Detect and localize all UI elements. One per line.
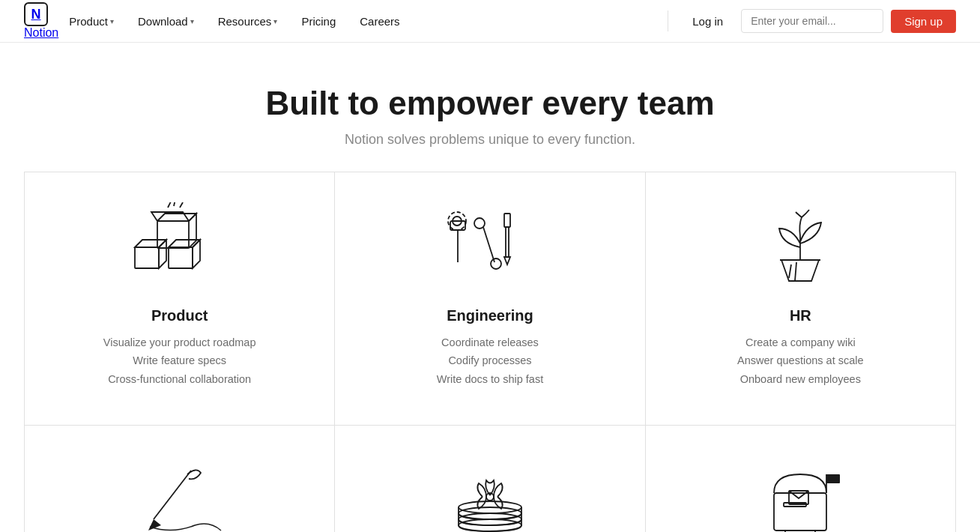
- team-cell-product[interactable]: Product Visualize your product roadmap W…: [25, 172, 335, 426]
- signup-button[interactable]: Sign up: [891, 10, 956, 33]
- svg-rect-16: [506, 227, 509, 257]
- email-input[interactable]: [741, 9, 883, 33]
- nav-links: Product ▾ Download ▾ Resources ▾ Pricing…: [58, 10, 662, 32]
- svg-point-14: [491, 259, 501, 269]
- team-name-product: Product: [151, 307, 208, 324]
- svg-line-9: [180, 202, 183, 208]
- chevron-down-icon: ▾: [190, 17, 194, 25]
- team-cell-engineering[interactable]: Engineering Coordinate releases Codify p…: [335, 172, 645, 426]
- svg-rect-3: [169, 247, 193, 268]
- nav-logo[interactable]: N Notion: [24, 2, 58, 40]
- svg-line-7: [168, 202, 171, 208]
- team-cell-design[interactable]: Design: [25, 426, 335, 532]
- svg-marker-2: [159, 240, 166, 268]
- team-name-engineering: Engineering: [447, 307, 533, 324]
- hr-icon: [748, 202, 853, 292]
- sales-icon: [438, 456, 542, 532]
- team-cell-sales[interactable]: Sales: [335, 426, 645, 532]
- chevron-down-icon: ▾: [273, 17, 277, 25]
- svg-line-23: [795, 262, 796, 281]
- team-grid: Product Visualize your product roadmap W…: [24, 172, 956, 532]
- svg-rect-33: [826, 474, 840, 483]
- nav-resources[interactable]: Resources ▾: [208, 10, 288, 32]
- svg-marker-1: [135, 240, 166, 247]
- engineering-icon: [438, 202, 542, 292]
- svg-marker-17: [504, 257, 510, 265]
- svg-point-12: [474, 218, 485, 229]
- svg-line-8: [174, 202, 175, 206]
- svg-line-22: [789, 265, 791, 278]
- navbar: N Notion Product ▾ Download ▾ Resources …: [0, 0, 980, 43]
- chevron-down-icon: ▾: [110, 17, 114, 25]
- team-desc-product: Visualize your product roadmap Write fea…: [103, 333, 256, 389]
- team-cell-marketing[interactable]: Marketing: [646, 426, 956, 532]
- nav-product[interactable]: Product ▾: [58, 10, 124, 32]
- marketing-icon: [748, 456, 853, 532]
- team-cell-hr[interactable]: HR Create a company wiki Answer question…: [646, 172, 956, 426]
- nav-right: Log in Sign up: [662, 9, 956, 33]
- team-name-hr: HR: [790, 307, 811, 324]
- nav-careers[interactable]: Careers: [349, 10, 410, 32]
- hero-section: Built to empower every team Notion solve…: [0, 43, 980, 172]
- nav-download[interactable]: Download ▾: [127, 10, 205, 32]
- svg-rect-30: [774, 493, 826, 531]
- team-desc-engineering: Coordinate releases Codify processes Wri…: [437, 333, 543, 389]
- nav-pricing[interactable]: Pricing: [291, 10, 346, 32]
- svg-line-13: [483, 227, 494, 262]
- hero-title: Built to empower every team: [15, 85, 965, 123]
- nav-divider: [668, 10, 668, 31]
- product-icon: [127, 202, 232, 292]
- brand-name: Notion: [24, 26, 58, 39]
- svg-rect-15: [504, 214, 510, 227]
- team-desc-hr: Create a company wiki Answer questions a…: [737, 333, 863, 389]
- hero-subtitle: Notion solves problems unique to every f…: [15, 132, 965, 148]
- svg-line-24: [154, 471, 191, 519]
- login-link[interactable]: Log in: [682, 10, 734, 32]
- svg-rect-0: [135, 247, 159, 268]
- logo-icon: N: [24, 2, 48, 26]
- design-icon: [127, 456, 232, 532]
- svg-point-29: [486, 493, 494, 501]
